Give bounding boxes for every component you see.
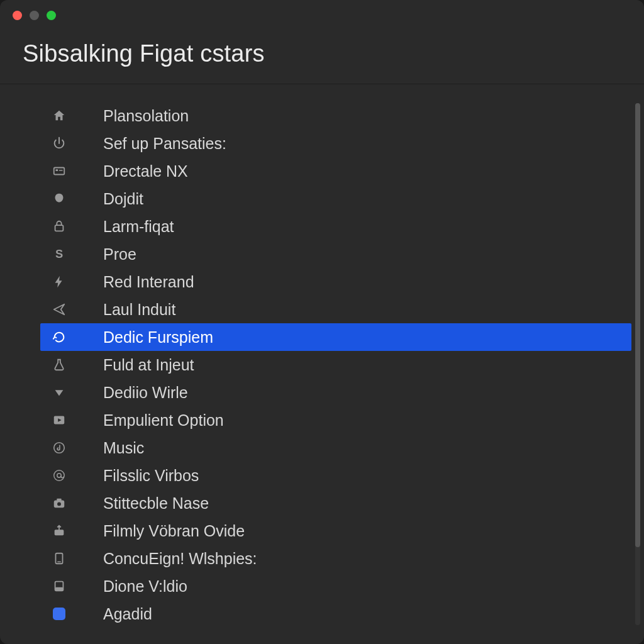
upload-box-icon [50,522,68,540]
scrollbar[interactable] [635,103,640,625]
window-close-icon[interactable] [13,11,22,20]
menu-item-2[interactable]: Drectale NX [40,157,631,185]
menu-item-8[interactable]: Dedic Furspiem [40,323,631,351]
menu-item-5[interactable]: Proe [40,240,631,268]
menu-item-label: Dione V:ldio [103,577,187,596]
id-card-icon [50,162,68,180]
app-window: Sibsalking Figat cstars PlansolationSef … [0,0,644,644]
page-title: Sibsalking Figat cstars [23,40,621,67]
content-area: PlansolationSef up Pansaties:Drectale NX… [0,84,644,644]
home-icon [50,107,68,125]
menu-item-3[interactable]: Dojdit [40,185,631,213]
header: Sibsalking Figat cstars [0,30,644,84]
menu-item-label: Music [103,439,144,457]
menu-item-1[interactable]: Sef up Pansaties: [40,130,631,157]
blob-icon [50,190,68,208]
menu-item-label: ConcuEign! Wlshpies: [103,550,257,568]
menu-item-label: Sef up Pansaties: [103,135,226,153]
window-zoom-icon[interactable] [47,11,56,20]
menu-item-18[interactable]: Agadid [40,600,631,628]
menu-item-label: Filsslic Virbos [103,467,199,485]
triangle-down-icon [50,384,68,401]
menu-item-17[interactable]: Dione V:ldio [40,572,631,600]
music-note-icon [50,439,68,457]
at-sign-icon [50,467,68,484]
window-minimize-icon[interactable] [30,11,39,20]
menu-item-9[interactable]: Fuld at Injeut [40,351,631,379]
menu-item-label: Laul Induit [103,301,175,319]
power-icon [50,135,68,152]
scrollbar-thumb[interactable] [635,103,640,547]
menu-item-label: Dedic Furspiem [103,328,213,347]
app-badge-icon [50,605,68,623]
menu-item-label: Empulient Option [103,411,224,430]
send-icon [50,301,68,318]
menu-item-15[interactable]: Filmly Vöbran Ovide [40,517,631,545]
titlebar [0,0,644,30]
tablet-icon [50,550,68,567]
menu-item-16[interactable]: ConcuEign! Wlshpies: [40,545,631,572]
panel-icon [50,577,68,595]
menu-item-label: Dojdit [103,190,143,208]
menu-item-label: Proe [103,245,136,264]
lock-icon [50,218,68,235]
menu-item-0[interactable]: Plansolation [40,102,631,130]
menu-item-6[interactable]: Red Interand [40,268,631,296]
menu-item-label: Red Interand [103,273,194,291]
camera-icon [50,494,68,512]
flask-icon [50,356,68,374]
menu-item-label: Stittecble Nase [103,494,209,513]
play-box-icon [50,411,68,429]
menu-item-label: Drectale NX [103,162,188,180]
menu-item-label: Agadid [103,605,152,623]
menu-item-label: Fuld at Injeut [103,356,194,374]
menu-list: PlansolationSef up Pansaties:Drectale NX… [0,84,644,640]
refresh-icon [50,328,68,346]
s-letter-icon [50,245,68,263]
menu-item-7[interactable]: Laul Induit [40,296,631,323]
menu-item-10[interactable]: Dediio Wirle [40,379,631,406]
menu-item-label: Dediio Wirle [103,384,188,402]
menu-item-14[interactable]: Stittecble Nase [40,489,631,517]
menu-item-4[interactable]: Larm-fiqat [40,213,631,240]
menu-item-label: Filmly Vöbran Ovide [103,522,245,540]
menu-item-label: Plansolation [103,107,189,125]
menu-item-label: Larm-fiqat [103,218,174,236]
menu-item-13[interactable]: Filsslic Virbos [40,462,631,489]
menu-item-12[interactable]: Music [40,434,631,462]
bolt-icon [50,273,68,291]
menu-item-11[interactable]: Empulient Option [40,406,631,434]
